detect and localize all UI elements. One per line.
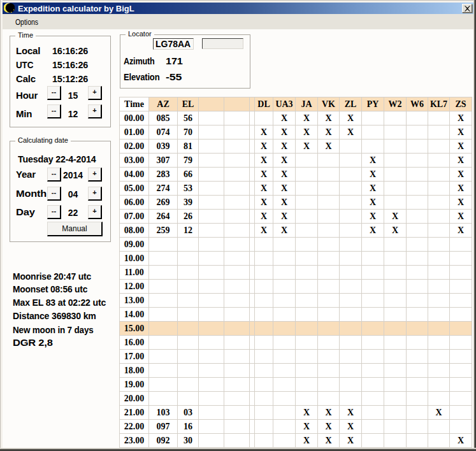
table-cell[interactable] [407,378,428,392]
table-cell[interactable] [407,168,428,182]
table-cell[interactable] [255,434,273,448]
table-cell[interactable] [362,140,384,154]
table-time-cell[interactable]: 07.00 [120,210,149,224]
table-cell[interactable] [250,364,255,378]
table-cell[interactable] [362,252,384,266]
table-cell[interactable] [407,420,428,434]
table-cell[interactable] [224,210,250,224]
table-cell[interactable] [224,392,250,406]
table-cell[interactable]: 66 [178,168,199,182]
table-cell[interactable] [318,392,340,406]
table-cell[interactable] [407,308,428,322]
table-cell[interactable] [428,378,450,392]
table-cell[interactable] [428,182,450,196]
table-cell[interactable] [340,182,362,196]
table-cell[interactable] [178,364,199,378]
table-cell[interactable] [318,336,340,350]
table-cell[interactable] [340,294,362,308]
hour-plus-button[interactable]: + [88,86,102,100]
table-cell[interactable] [296,364,318,378]
table-time-cell[interactable]: 20.00 [120,392,149,406]
table-cell[interactable] [384,140,407,154]
table-cell[interactable]: 039 [149,140,178,154]
table-cell[interactable]: 03 [178,406,199,420]
table-cell[interactable] [224,336,250,350]
table-cell[interactable] [407,322,428,336]
table-time-cell[interactable]: 05.00 [120,182,149,196]
table-cell[interactable] [318,308,340,322]
table-cell[interactable] [250,168,255,182]
table-cell[interactable] [199,406,224,420]
table-time-cell[interactable]: 00.00 [120,111,149,125]
table-cell[interactable] [318,168,340,182]
table-cell[interactable] [384,434,407,448]
table-cell[interactable] [224,252,250,266]
table-cell[interactable] [250,238,255,252]
table-cell[interactable]: X [318,420,340,434]
day-plus-button[interactable]: + [88,205,102,219]
table-cell[interactable] [384,378,407,392]
table-cell[interactable] [250,182,255,196]
table-cell[interactable] [428,224,450,238]
table-time-cell[interactable]: 17.00 [120,350,149,364]
table-cell[interactable] [178,350,199,364]
table-cell[interactable] [255,294,273,308]
table-cell[interactable] [250,111,255,125]
table-cell[interactable] [450,322,472,336]
table-cell[interactable]: X [296,125,318,140]
table-cell[interactable] [340,154,362,168]
table-cell[interactable] [362,238,384,252]
table-cell[interactable] [340,266,362,280]
table-cell[interactable] [428,434,450,448]
table-cell[interactable] [340,392,362,406]
table-cell[interactable] [199,196,224,210]
table-cell[interactable] [224,406,250,420]
table-cell[interactable] [340,252,362,266]
table-cell[interactable] [384,336,407,350]
table-cell[interactable] [340,210,362,224]
day-minus-button[interactable]: -- [47,205,61,219]
table-cell[interactable] [318,364,340,378]
table-cell[interactable] [318,280,340,294]
table-cell[interactable] [224,294,250,308]
table-cell[interactable] [255,406,273,420]
table-cell[interactable]: X [296,406,318,420]
table-cell[interactable] [428,294,450,308]
table-cell[interactable] [318,224,340,238]
table-cell[interactable] [250,125,255,140]
table-cell[interactable] [224,238,250,252]
table-cell[interactable] [199,238,224,252]
table-cell[interactable] [250,196,255,210]
table-cell[interactable] [224,378,250,392]
table-time-cell[interactable]: 04.00 [120,168,149,182]
table-cell[interactable] [384,168,407,182]
table-cell[interactable] [407,364,428,378]
table-cell[interactable] [250,392,255,406]
table-cell[interactable] [149,322,178,336]
table-cell[interactable] [149,238,178,252]
table-cell[interactable]: X [273,224,296,238]
manual-button[interactable]: Manual [47,222,103,236]
table-cell[interactable] [149,392,178,406]
table-cell[interactable] [255,420,273,434]
table-cell[interactable]: 26 [178,210,199,224]
table-cell[interactable] [384,322,407,336]
table-cell[interactable] [450,364,472,378]
table-cell[interactable] [296,308,318,322]
table-cell[interactable] [296,224,318,238]
table-cell[interactable] [199,280,224,294]
table-time-cell[interactable]: 18.00 [120,364,149,378]
table-cell[interactable] [255,238,273,252]
table-cell[interactable] [384,406,407,420]
table-cell[interactable] [362,364,384,378]
table-cell[interactable] [384,266,407,280]
table-cell[interactable] [255,378,273,392]
table-cell[interactable] [224,280,250,294]
table-cell[interactable] [199,111,224,125]
table-cell[interactable] [178,238,199,252]
year-plus-button[interactable]: + [88,168,102,182]
table-cell[interactable] [273,252,296,266]
table-cell[interactable]: X [255,224,273,238]
table-cell[interactable] [255,322,273,336]
table-cell[interactable] [149,252,178,266]
